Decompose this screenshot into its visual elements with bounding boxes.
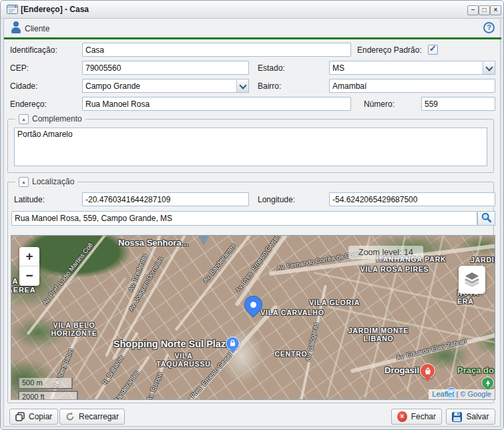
map-label-vila-rosa-pires: VILA ROSA PIRES [360,265,429,273]
scale-bar-metric: 500 m [18,378,73,389]
map-label-vila-gloria: VILA GLORIA [309,298,360,306]
map-label-vila-carvalho: VILA CARVALHO [260,308,324,316]
title-bar: [Endereço] - Casa – □ × [1,1,503,19]
cep-label: CEP: [10,63,29,73]
numero-field[interactable] [421,97,495,111]
maximize-button[interactable]: □ [479,5,490,15]
longitude-label: Longitude: [258,195,295,204]
google-attribution: © Google [460,390,491,398]
address-search-input[interactable] [11,211,477,226]
park-poi-pin[interactable] [481,377,494,389]
tree-icon [485,380,491,387]
map[interactable]: Nossa Senhora... ITANHANGA PARK VILA ROS… [11,235,495,400]
shopping-bag-icon [229,340,236,347]
map-label-vila-taquarussu: VILA TAQUARUSSU [153,352,214,368]
identificacao-field[interactable] [82,43,351,57]
cidade-combo-trigger[interactable] [236,79,249,93]
zoom-level-overlay: Zoom level: 14 [348,246,423,259]
latitude-label: Latitude: [14,195,45,204]
zoom-in-button[interactable]: + [19,247,39,266]
copiar-button[interactable]: Copiar [9,409,58,425]
section-header-title: Cliente [25,24,49,33]
leaflet-link[interactable]: Leaflet [432,390,454,398]
endereco-padrao-label: Endereço Padrão: [357,45,422,55]
map-label-praca: Praça do [457,365,494,375]
complemento-legend: ▲ Complemento [15,114,85,124]
shopping-poi-pin[interactable] [226,337,240,351]
chevron-down-icon [239,81,246,89]
pharmacy-poi-pin[interactable] [420,363,435,379]
complemento-textarea[interactable]: Portão Amarelo [14,128,487,166]
map-label-nossa-senhora: Nossa Senhora... [118,238,188,248]
estado-combo-trigger[interactable] [483,61,495,75]
close-icon: × [494,6,498,13]
latitude-field[interactable] [82,192,249,206]
map-label-centro: CENTRO [274,350,307,358]
client-icon [11,21,21,33]
numero-label: Número: [364,99,395,109]
bairro-label: Bairro: [258,81,281,91]
save-icon [452,412,462,422]
map-street-ludio-martins: Av. Pref. Lúdio Martins Coê [41,241,94,306]
minimize-button[interactable]: – [467,5,479,15]
basket-icon [424,367,432,375]
check-icon: ✓ [429,43,437,53]
map-label-drogasil: Drogasil [385,365,419,375]
window-title: [Endereço] - Casa [21,5,89,14]
map-street-bandeirantes-low: Bandeirantes [112,369,140,400]
search-icon [480,212,493,224]
map-label-jardim-monte-libano: JARDIM MONTE LIBANO [341,327,416,343]
fechar-button[interactable]: × Fechar [391,409,442,425]
localizacao-legend: ▲ Localização [15,176,77,187]
cidade-combobox[interactable] [82,79,237,93]
refresh-icon [65,412,75,421]
attribution-separator: | [456,390,458,398]
layers-control[interactable] [459,266,485,294]
recarregar-button[interactable]: Recarregar [59,409,125,425]
minimize-icon: – [471,6,475,13]
map-street-bandeirantes: Av. Bandeirantes [202,242,237,284]
endereco-padrao-checkbox[interactable]: ✓ [428,45,438,55]
identificacao-label: Identificação: [10,45,57,55]
attribution: Leaflet | © Google [429,389,495,399]
triangle-up-icon: ▲ [21,180,26,184]
localizacao-collapse-button[interactable]: ▲ [19,177,29,187]
layers-icon [463,271,481,288]
estado-combobox[interactable] [329,61,483,75]
map-street-calogeras: Av. Calógeras [304,322,320,362]
map-label-shopping-norte-sul-plaza: Shopping Norte Sul Plaza [113,339,231,349]
localizacao-legend-label: Localização [32,177,74,186]
endereco-field[interactable] [82,97,351,111]
copy-icon [15,412,25,421]
window-icon [7,5,18,14]
search-button[interactable] [477,211,495,226]
maximize-icon: □ [482,6,486,13]
header-separator [4,37,501,39]
address-window: [Endereço] - Casa – □ × Cliente ? Identi… [0,0,504,430]
endereco-label: Endereço: [10,99,47,109]
longitude-field[interactable] [329,192,495,206]
map-label-jardim: JARDIM [471,256,495,264]
help-icon[interactable]: ? [483,22,495,33]
close-button[interactable]: × [490,5,501,15]
bairro-field[interactable] [329,79,495,93]
zoom-out-button[interactable]: − [19,266,39,286]
chevron-down-icon [485,63,493,71]
map-zoom-control: + − [19,247,39,286]
triangle-up-icon: ▲ [21,117,26,122]
cidade-label: Cidade: [10,81,37,91]
salvar-button[interactable]: Salvar [446,409,495,425]
map-street-europa: Av. Europa [145,371,163,400]
close-circle-icon: × [397,411,407,422]
complemento-collapse-button[interactable]: ▲ [19,114,29,124]
estado-label: Estado: [258,63,285,73]
cep-field[interactable] [82,61,249,75]
partial-marker-pin [198,236,209,246]
complemento-legend-label: Complemento [32,114,82,124]
scale-bar-imperial: 2000 ft [18,391,78,400]
map-label-vila-belo-horizonte: VILA BELO HORIZONTE [41,321,107,337]
